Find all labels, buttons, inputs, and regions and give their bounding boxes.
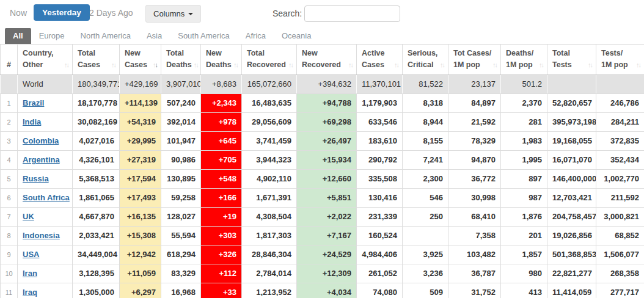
header-line2: Deaths — [206, 59, 232, 71]
covid-stats-table: #Country,Other↑↓TotalCases↑↓NewCases↑↓To… — [0, 44, 644, 298]
cell-serious-critical: 509 — [403, 283, 448, 298]
col-header-deaths-1m-pop[interactable]: Deaths/1M pop↑↓ — [501, 45, 547, 75]
cell-serious-critical: 3,925 — [403, 245, 448, 264]
sort-icon: ↑↓ — [346, 60, 353, 70]
region-tab-oceania[interactable]: Oceania — [274, 28, 319, 44]
country-link[interactable]: Brazil — [23, 98, 44, 107]
col-header-tests-1m-pop[interactable]: Tests/1M pop↑↓ — [596, 45, 644, 75]
country-row: 5Russia5,368,513+17,594130,895+5484,902,… — [1, 169, 644, 188]
cell-total-recovered: 165,072,660 — [242, 74, 297, 93]
country-link[interactable]: USA — [23, 250, 39, 259]
cell-total-deaths: 55,594 — [161, 226, 201, 245]
cell-country: Iraq — [18, 283, 73, 298]
region-tab-all[interactable]: All — [5, 28, 31, 44]
cell-new-deaths: +33 — [201, 283, 242, 298]
table-header-row: #Country,Other↑↓TotalCases↑↓NewCases↑↓To… — [1, 45, 644, 75]
cell-rank: 8 — [1, 226, 18, 245]
cell-serious-critical: 546 — [403, 188, 448, 207]
region-tab-north-america[interactable]: North America — [73, 28, 139, 44]
cell-rank: 3 — [1, 131, 18, 150]
header-line1: New — [125, 48, 157, 59]
cell-total-deaths: 618,294 — [161, 245, 201, 264]
cell-total-tests: 52,820,657 — [547, 93, 596, 112]
cell-tot-cases-1m: 7,358 — [448, 226, 501, 245]
country-link[interactable]: Russia — [23, 174, 49, 183]
header-line1: Total — [552, 48, 592, 59]
cell-total-tests: 22,821,277 — [547, 264, 596, 283]
country-link[interactable]: Indonesia — [23, 231, 60, 240]
cell-tot-cases-1m: 31,752 — [448, 283, 501, 298]
cell-deaths-1m: 2,370 — [501, 93, 547, 112]
sort-icon: ↑↓ — [537, 60, 543, 70]
sort-icon: ↑↓ — [151, 60, 157, 70]
col-header-country-other[interactable]: Country,Other↑↓ — [18, 45, 73, 75]
cell-serious-critical: 81,522 — [403, 74, 448, 93]
cell-tot-cases-1m: 94,870 — [448, 150, 501, 169]
region-tab-asia[interactable]: Asia — [139, 28, 170, 44]
country-link[interactable]: Argentina — [23, 155, 60, 164]
time-tab-2-days-ago[interactable]: 2 Days Ago — [89, 8, 133, 18]
col-header-active-cases[interactable]: ActiveCases↑↓ — [357, 45, 403, 75]
cell-serious-critical: 250 — [403, 207, 448, 226]
cell-rank: 10 — [1, 264, 18, 283]
header-line2: 1M pop — [453, 59, 480, 71]
cell-tot-cases-1m: 78,329 — [448, 131, 501, 150]
cell-deaths-1m: 281 — [501, 112, 547, 131]
header-line2: Cases — [125, 59, 147, 71]
country-link[interactable]: Iraq — [23, 288, 37, 297]
region-tab-europe[interactable]: Europe — [31, 28, 73, 44]
cell-rank — [1, 74, 18, 93]
col-header-total-recovered[interactable]: TotalRecovered↑↓ — [242, 45, 297, 75]
cell-total-tests: 16,071,070 — [547, 150, 596, 169]
cell-total-recovered: 28,846,304 — [242, 245, 297, 264]
cell-active-cases: 160,524 — [357, 226, 403, 245]
cell-total-deaths: 392,014 — [161, 112, 201, 131]
region-tab-south-america[interactable]: South America — [170, 28, 238, 44]
col-header-tot-cases-1m-pop[interactable]: Tot Cases/1M pop↑↓ — [448, 45, 501, 75]
cell-active-cases: 290,792 — [357, 150, 403, 169]
cell-total-deaths: 130,895 — [161, 169, 201, 188]
sort-icon: ↑↓ — [232, 60, 238, 70]
cell-total-recovered: 2,784,014 — [242, 264, 297, 283]
col-header-serious-critical[interactable]: Serious,Critical↑↓ — [403, 45, 448, 75]
cell-country: Iran — [18, 264, 73, 283]
header-line1: New — [206, 48, 238, 59]
cell-deaths-1m: 501.2 — [501, 74, 547, 93]
country-link[interactable]: India — [23, 117, 41, 126]
country-row: 8Indonesia2,033,421+15,30855,594+3031,81… — [1, 226, 644, 245]
cell-deaths-1m: 1,857 — [501, 245, 547, 264]
cell-total-recovered: 4,902,110 — [242, 169, 297, 188]
country-link[interactable]: South Africa — [23, 193, 70, 202]
cell-new-cases: +12,942 — [120, 245, 161, 264]
col-header-new-deaths[interactable]: NewDeaths↑↓ — [201, 45, 242, 75]
cell-rank: 2 — [1, 112, 18, 131]
col-header-total-tests[interactable]: TotalTests↑↓ — [547, 45, 596, 75]
cell-new-recovered: +7,167 — [297, 226, 357, 245]
cell-new-deaths: +19 — [201, 207, 242, 226]
country-link[interactable]: Colombia — [23, 136, 59, 145]
country-link[interactable]: UK — [23, 212, 34, 221]
country-row: 4Argentina4,326,101+27,31990,986+7053,94… — [1, 150, 644, 169]
region-tab-africa[interactable]: Africa — [238, 28, 274, 44]
cell-country: Argentina — [18, 150, 73, 169]
col-header-total-deaths[interactable]: TotalDeaths↑↓ — [161, 45, 201, 75]
region-tabs: AllEuropeNorth AmericaAsiaSouth AmericaA… — [5, 28, 644, 44]
columns-button-label: Columns — [153, 9, 185, 18]
time-tab-now[interactable]: Now — [10, 8, 27, 18]
header-line1: Active — [362, 48, 398, 59]
col-header-total-cases[interactable]: TotalCases↑↓ — [73, 45, 120, 75]
cell-total-deaths: 101,947 — [161, 131, 201, 150]
cell-total-recovered: 3,741,459 — [242, 131, 297, 150]
cell-country: Russia — [18, 169, 73, 188]
columns-dropdown-button[interactable]: Columns — [145, 5, 201, 23]
cell-total-deaths: 507,240 — [161, 93, 201, 112]
worldometers-coronavirus-table-page: NowYesterday2 Days Ago Columns Search: A… — [0, 0, 644, 298]
col-header-new-cases[interactable]: NewCases↑↓ — [120, 45, 161, 75]
search-input[interactable] — [304, 5, 400, 22]
time-tab-yesterday[interactable]: Yesterday — [34, 4, 90, 21]
col-header-new-recovered[interactable]: NewRecovered↑↓ — [297, 45, 357, 75]
cell-total-cases: 30,082,169 — [73, 112, 120, 131]
header-line2: Deaths — [166, 59, 192, 71]
cell-total-recovered: 4,308,504 — [242, 207, 297, 226]
country-link[interactable]: Iran — [23, 269, 37, 278]
